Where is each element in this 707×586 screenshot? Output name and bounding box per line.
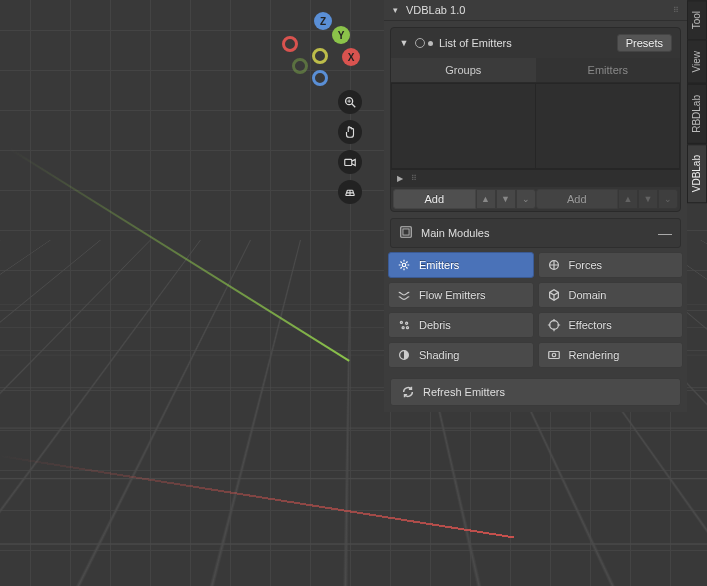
dropdown-button-2[interactable]: ⌄ (658, 189, 678, 209)
tab-groups[interactable]: Groups (391, 58, 536, 83)
domain-icon (547, 288, 561, 302)
drag-handle-icon[interactable]: ⠿ (673, 6, 681, 15)
vdblab-panel: ▾ VDBLab 1.0 ⠿ ▼ List of Emitters Preset… (384, 0, 687, 412)
svg-rect-4 (345, 159, 352, 165)
svg-point-15 (552, 353, 556, 357)
module-debris[interactable]: Debris (388, 312, 534, 338)
viewport-tools (338, 90, 362, 204)
rendering-icon (547, 348, 561, 362)
module-effectors[interactable]: Effectors (538, 312, 684, 338)
particles-icon (415, 38, 433, 48)
add-row: Add ▲ ▼ ⌄ Add ▲ ▼ ⌄ (391, 187, 680, 211)
module-label: Rendering (569, 349, 620, 361)
svg-point-9 (406, 322, 408, 324)
gizmo-neg-z[interactable] (312, 70, 328, 86)
collapse-icon[interactable]: — (658, 228, 672, 238)
add-group-button[interactable]: Add (393, 189, 476, 209)
module-emitters[interactable]: Emitters (388, 252, 534, 278)
module-label: Domain (569, 289, 607, 301)
panel-header[interactable]: ▾ VDBLab 1.0 ⠿ (384, 0, 687, 21)
gizmo-x[interactable]: X (342, 48, 360, 66)
svg-rect-6 (403, 229, 409, 235)
svg-line-1 (352, 104, 356, 108)
module-label: Forces (569, 259, 603, 271)
svg-point-11 (406, 327, 408, 329)
module-label: Flow Emitters (419, 289, 486, 301)
module-label: Effectors (569, 319, 612, 331)
presets-button[interactable]: Presets (617, 34, 672, 52)
list-footer: ▶ ⠿ (391, 169, 680, 187)
camera-icon[interactable] (338, 150, 362, 174)
zoom-icon[interactable] (338, 90, 362, 114)
side-tab-strip: Tool View RBDLab VDBLab (687, 0, 707, 203)
side-tab-view[interactable]: View (687, 40, 707, 84)
move-up-button[interactable]: ▲ (476, 189, 496, 209)
chevron-down-icon: ▾ (390, 5, 400, 15)
chevron-down-icon[interactable]: ▼ (399, 38, 409, 48)
svg-point-10 (402, 327, 404, 329)
gizmo-neg-y[interactable] (292, 58, 308, 74)
groups-list[interactable] (391, 83, 536, 169)
refresh-emitters-button[interactable]: Refresh Emitters (390, 378, 681, 406)
forces-icon (547, 258, 561, 272)
list-tabs: Groups Emitters (391, 58, 680, 83)
svg-rect-14 (548, 352, 559, 359)
emitters-list[interactable] (536, 83, 680, 169)
shading-icon (397, 348, 411, 362)
module-label: Shading (419, 349, 459, 361)
modules-icon (399, 225, 413, 241)
svg-point-7 (402, 263, 406, 267)
gizmo-center (312, 48, 328, 64)
tab-emitters[interactable]: Emitters (536, 58, 681, 83)
module-forces[interactable]: Forces (538, 252, 684, 278)
orientation-gizmo[interactable]: Z Y X (290, 16, 360, 86)
module-domain[interactable]: Domain (538, 282, 684, 308)
side-tab-tool[interactable]: Tool (687, 0, 707, 40)
main-modules-title: Main Modules (421, 227, 650, 239)
move-down-button[interactable]: ▼ (496, 189, 516, 209)
svg-rect-5 (401, 227, 412, 238)
pan-hand-icon[interactable] (338, 120, 362, 144)
side-tab-vdblab[interactable]: VDBLab (687, 144, 707, 203)
panel-title: VDBLab 1.0 (406, 4, 667, 16)
side-tab-rbdlab[interactable]: RBDLab (687, 84, 707, 144)
refresh-row: Refresh Emitters (384, 372, 687, 412)
main-modules-header[interactable]: Main Modules — (390, 218, 681, 248)
gizmo-y[interactable]: Y (332, 26, 350, 44)
perspective-grid-icon[interactable] (338, 180, 362, 204)
drag-dots-icon[interactable]: ⠿ (411, 174, 419, 183)
add-emitter-button[interactable]: Add (536, 189, 619, 209)
flow-icon (397, 288, 411, 302)
module-label: Emitters (419, 259, 459, 271)
gizmo-z[interactable]: Z (314, 12, 332, 30)
move-down-button-2[interactable]: ▼ (638, 189, 658, 209)
gizmo-neg-x[interactable] (282, 36, 298, 52)
list-title: List of Emitters (439, 37, 611, 49)
svg-point-12 (549, 321, 558, 330)
module-rendering[interactable]: Rendering (538, 342, 684, 368)
module-flow-emitters[interactable]: Flow Emitters (388, 282, 534, 308)
move-up-button-2[interactable]: ▲ (618, 189, 638, 209)
emitters-icon (397, 258, 411, 272)
list-area (391, 83, 680, 169)
svg-point-8 (400, 321, 402, 323)
module-shading[interactable]: Shading (388, 342, 534, 368)
module-label: Debris (419, 319, 451, 331)
list-header: ▼ List of Emitters Presets (391, 28, 680, 58)
modules-grid: Emitters Forces Flow Emitters Domain Deb… (384, 248, 687, 372)
refresh-icon (401, 385, 415, 399)
list-of-emitters-panel: ▼ List of Emitters Presets Groups Emitte… (390, 27, 681, 212)
dropdown-button[interactable]: ⌄ (516, 189, 536, 209)
debris-icon (397, 318, 411, 332)
play-icon[interactable]: ▶ (397, 174, 403, 183)
refresh-label: Refresh Emitters (423, 386, 505, 398)
effectors-icon (547, 318, 561, 332)
